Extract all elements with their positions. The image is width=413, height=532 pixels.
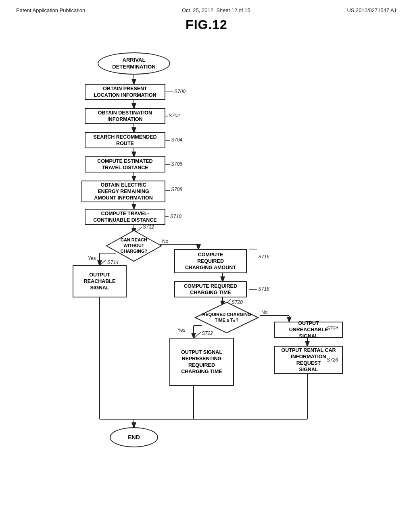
s716-step: S716 (258, 254, 269, 260)
header-center: Oct. 25, 2012 Sheet 12 of 15 (182, 7, 250, 13)
s706-step: S706 (171, 161, 182, 167)
s714-step: S714 (107, 260, 119, 265)
s706-label: COMPUTE ESTIMATED TRAVEL DISTANCE (97, 158, 152, 171)
s714-box: OUTPUT REACHABLE SIGNAL (73, 265, 127, 297)
s722-step: S722 (202, 330, 213, 336)
s714-label: OUTPUT REACHABLE SIGNAL (84, 272, 115, 291)
s712-yes-label: Yes (88, 256, 96, 261)
s704-label: SEARCH RECOMMENDED ROUTE (94, 134, 157, 147)
s716-label: COMPUTE REQUIRED CHARGING AMOUNT (185, 251, 236, 271)
s722-label: OUTPUT SIGNAL REPRESENTING REQUIRED CHAR… (181, 349, 222, 375)
s720-label: REQUIRED CHARGINGTIME ≤ T₀ ? (194, 301, 259, 334)
s718-label: COMPUTE REQUIRED CHARGING TIME (184, 283, 237, 296)
s720-yes-label: Yes (177, 327, 186, 333)
s708-box: OBTAIN ELECTRIC ENERGY REMAINING AMOUNT … (81, 181, 165, 202)
s712-no-label: No (162, 239, 168, 244)
s712-step: S712 (143, 224, 154, 230)
s704-box: SEARCH RECOMMENDED ROUTE (85, 132, 165, 148)
s702-box: OBTAIN DESTINATION INFORMATION (85, 108, 165, 124)
s710-label: COMPUTE TRAVEL- CONTINUABLE DISTANCE (93, 210, 156, 224)
s708-label: OBTAIN ELECTRIC ENERGY REMAINING AMOUNT … (94, 182, 153, 202)
end-node: END (110, 427, 158, 447)
s700-step: S700 (174, 89, 186, 94)
s724-step: S724 (327, 326, 338, 331)
s718-box: COMPUTE REQUIRED CHARGING TIME (174, 281, 247, 297)
fig-title: FIG.12 (25, 17, 388, 32)
arrival-label: ARRIVALDETERMINATION (112, 57, 155, 71)
s702-label: OBTAIN DESTINATION INFORMATION (98, 110, 152, 123)
header-patent: US 2012/0271547 A1 (347, 7, 397, 13)
s718-step: S718 (258, 286, 269, 292)
s710-step: S710 (170, 214, 181, 219)
s700-box: OBTAIN PRESENT LOCATION INFORMATION (85, 84, 165, 100)
page-header: Patent Application Publication Oct. 25, … (0, 0, 413, 17)
s702-step: S702 (169, 113, 180, 118)
s700-label: OBTAIN PRESENT LOCATION INFORMATION (94, 85, 156, 99)
arrival-node: ARRIVALDETERMINATION (98, 52, 170, 75)
s708-step: S708 (171, 187, 182, 192)
s716-box: COMPUTE REQUIRED CHARGING AMOUNT (174, 249, 247, 273)
s712-label: CAN REACHWITHOUTCHARGING? (106, 230, 162, 262)
s720-step: S720 (232, 299, 243, 305)
svg-line-32 (100, 260, 106, 265)
flowchart: ARRIVALDETERMINATION OBTAIN PRESENT LOCA… (25, 40, 388, 516)
s720-no-label: No (261, 310, 267, 315)
s722-box: OUTPUT SIGNAL REPRESENTING REQUIRED CHAR… (169, 338, 234, 386)
s706-box: COMPUTE ESTIMATED TRAVEL DISTANCE (85, 156, 165, 172)
end-label: END (128, 434, 140, 441)
s704-step: S704 (171, 137, 182, 143)
s710-box: COMPUTE TRAVEL- CONTINUABLE DISTANCE (85, 209, 165, 225)
s726-step: S726 (327, 357, 338, 363)
diagram-area: FIG.12 (25, 17, 388, 516)
header-left: Patent Application Publication (16, 7, 85, 13)
